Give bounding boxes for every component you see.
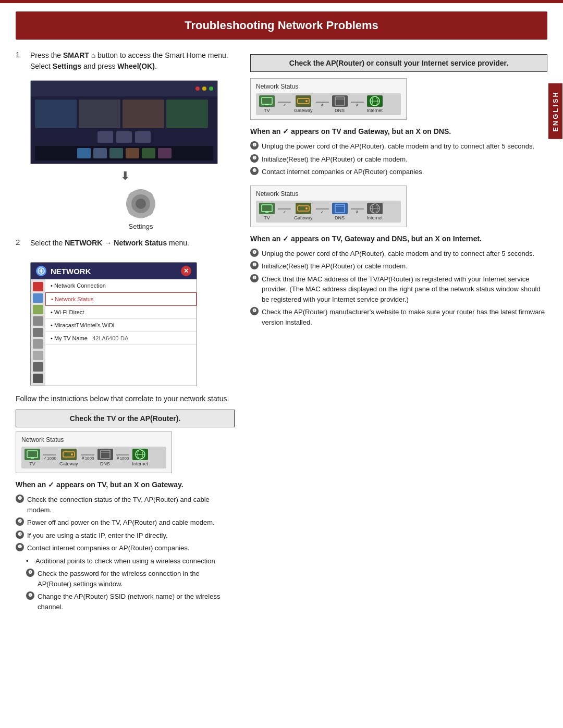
when-dns-section: When an ✓ appears on TV and Gateway, but… <box>250 126 547 177</box>
bullet-dns-3: ❸ Contact internet companies or AP(Route… <box>250 167 547 177</box>
network-menu-header: NETWORK ✕ <box>31 263 197 279</box>
svg-point-16 <box>71 453 73 455</box>
ns-tv-icon-2 <box>259 95 275 107</box>
ns-gateway-2: Gateway <box>294 95 313 113</box>
dot-red <box>195 87 200 91</box>
ns-gateway-label-2: Gateway <box>294 108 313 113</box>
bullet-inet-4: ❹ Check the AP(Router) manufacturer's we… <box>250 307 547 327</box>
settings-label: Settings <box>129 223 153 230</box>
menu-item-status[interactable]: • Network Status <box>45 292 197 306</box>
ns-dns-label-2: DNS <box>335 108 345 113</box>
bottom-icon-bar <box>35 146 213 161</box>
ns-gateway-1: Gateway <box>59 449 78 466</box>
network-status-screenshot-2: Network Status TV ✓ <box>250 78 407 120</box>
check-mark-gw: ✓ <box>48 480 54 489</box>
bar-icon-6 <box>158 148 172 158</box>
bullet-dns-1: ❶ Unplug the power cord of the AP(Router… <box>250 141 547 152</box>
step-2-number: 2 <box>16 238 25 254</box>
inet-bullet-2-text: Initialize(Reset) the AP(Router) or cabl… <box>262 261 408 272</box>
menu-item-miracast[interactable]: • MiracastTM/Intel's WiDi <box>45 319 197 332</box>
ns-tv-label-3: TV <box>264 215 270 220</box>
network-menu-icon <box>36 266 46 276</box>
sub-bullet-list: • Additional points to check when using … <box>26 556 235 566</box>
network-status-screenshot-1: Network Status TV ✓1000 <box>16 431 172 473</box>
ns-internet-2: Internet <box>367 95 383 113</box>
ns-internet-icon-3 <box>367 203 383 214</box>
when-gateway-section: When an ✓ appears on TV, but an X on Gat… <box>16 479 235 612</box>
check-mark-dns: ✓ <box>283 127 289 135</box>
bullet-gw-2-text: Power off and power on the TV, AP(Router… <box>27 517 215 528</box>
menu-item-connection[interactable]: • Network Connection <box>45 279 197 292</box>
bullet-gw-3-text: If you are using a static IP, enter the … <box>27 530 168 541</box>
side-icon-5 <box>33 328 43 337</box>
home-icon-inline: ⌂ <box>91 51 97 59</box>
thumb-4 <box>166 100 208 128</box>
top-bar <box>0 0 563 3</box>
side-icon-6 <box>33 339 43 349</box>
dns-bullet-num-2: ❷ <box>250 154 259 163</box>
when-internet-section: When an ✓ appears on TV, Gateway and DNS… <box>250 233 547 328</box>
inet-bullet-num-2: ❷ <box>250 261 259 269</box>
network-menu-title: NETWORK <box>51 267 91 276</box>
svg-rect-13 <box>27 451 38 458</box>
network-status-title-2: Network Status <box>256 83 401 90</box>
inet-bullet-3-text: Check that the MAC address of the TV/AP(… <box>262 274 547 305</box>
svg-rect-35 <box>335 204 345 213</box>
check-box-tv-router: Check the TV or the AP(Router). <box>16 410 235 427</box>
svg-rect-31 <box>262 205 272 212</box>
ns-conn-2b: ✗ <box>316 102 329 107</box>
dns-bullet-1-text: Unplug the power cord of the AP(Router),… <box>262 141 534 152</box>
bar-icon-3 <box>109 148 123 158</box>
inet-bullet-num-3: ❸ <box>250 274 259 282</box>
network-status-row-1: TV ✓1000 Gateway <box>21 447 166 468</box>
bar-icon-4 <box>126 148 139 158</box>
bullet-gw-4: ❹ Contact internet companies or AP(Route… <box>16 543 235 553</box>
bar-icon-5 <box>142 148 155 158</box>
step-1: 1 Press the SMART ⌂ button to access the… <box>16 50 235 72</box>
side-icon-7 <box>33 351 43 360</box>
follow-instructions-text: Follow the instructions below that corre… <box>16 393 235 404</box>
ns-tv-label-2: TV <box>264 108 270 113</box>
ns-tv-icon-1 <box>25 449 40 460</box>
menu-item-wifi-direct[interactable]: • Wi-Fi Direct <box>45 306 197 319</box>
bullet-dns-2: ❷ Initialize(Reset) the AP(Router) or ca… <box>250 154 547 165</box>
settings-icon-area: Settings <box>47 187 235 230</box>
ns-gateway-icon-3 <box>296 203 311 214</box>
ns-conn-3c: ✗ <box>351 208 364 214</box>
dot-green <box>209 87 213 91</box>
ns-tv-1: TV <box>25 449 40 466</box>
bullet-num-4: ❹ <box>16 543 24 551</box>
screenshot-top-bar <box>31 81 217 96</box>
network-status-screenshot-3: Network Status TV ✓ <box>250 186 407 227</box>
thumbnail-row-top <box>35 100 213 128</box>
ns-dns-icon-1 <box>97 449 113 460</box>
svg-point-2 <box>136 199 146 209</box>
ns-internet-label-2: Internet <box>367 108 383 113</box>
step-2-text: Select the NETWORK → Network Status menu… <box>30 238 189 249</box>
ns-internet-icon-2 <box>367 95 383 107</box>
svg-rect-3 <box>139 189 143 194</box>
small-icon-3 <box>135 131 151 143</box>
smart-home-screenshot <box>30 80 218 164</box>
smart-home-content <box>31 96 217 164</box>
network-status-title-3: Network Status <box>256 190 401 198</box>
ns-conn-2a: ✓ <box>278 102 291 107</box>
network-status-title-1: Network Status <box>21 436 166 443</box>
sub-sub-2-text: Change the AP(Router) SSID (network name… <box>38 591 235 612</box>
gear-icon <box>124 187 157 220</box>
page-container: ENGLISH Troubleshooting Network Problems… <box>0 0 563 728</box>
tv-name-value: 42LA6400-DA <box>92 335 128 341</box>
svg-point-34 <box>305 207 308 209</box>
bullet-gw-4-text: Contact internet companies or AP(Router)… <box>27 543 189 553</box>
two-column-layout: 1 Press the SMART ⌂ button to access the… <box>16 50 547 618</box>
ns-dns-icon-3 <box>332 203 348 214</box>
side-icon-2 <box>33 293 43 303</box>
ns-dns-icon-2 <box>332 95 348 107</box>
svg-rect-32 <box>265 212 268 213</box>
ns-tv-3: TV <box>259 203 275 220</box>
bullet-inet-1: ❶ Unplug the power cord of the AP(Router… <box>250 249 547 259</box>
step-1-text: Press the SMART ⌂ button to access the S… <box>30 50 235 72</box>
close-button[interactable]: ✕ <box>181 266 191 276</box>
menu-item-tvname[interactable]: • My TV Name 42LA6400-DA <box>45 332 197 345</box>
bullet-gw-1-text: Check the connection status of the TV, A… <box>27 495 235 515</box>
